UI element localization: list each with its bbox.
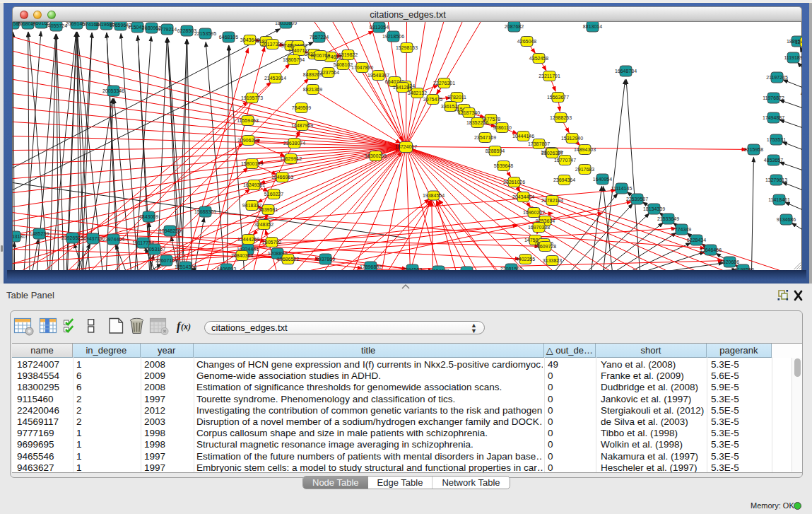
svg-text:22081592: 22081592 [500,266,522,270]
svg-text:19548347: 19548347 [367,72,389,77]
svg-text:19686522: 19686522 [276,256,298,261]
svg-text:11418461: 11418461 [768,197,790,201]
svg-text:8489269: 8489269 [302,71,322,76]
svg-text:6228434: 6228434 [686,237,705,242]
svg-text:15800199: 15800199 [240,160,262,165]
svg-text:16770747: 16770747 [553,157,575,162]
svg-text:1640954: 1640954 [592,176,611,181]
svg-text:20053346: 20053346 [102,88,124,93]
svg-text:6520686: 6520686 [719,259,739,264]
svg-text:14894303: 14894303 [573,146,595,151]
svg-text:10053167: 10053167 [143,246,165,251]
svg-text:9134686: 9134686 [776,216,795,221]
svg-text:16960207: 16960207 [522,209,544,214]
svg-text:1805792: 1805792 [261,239,281,244]
svg-text:11559463: 11559463 [237,117,259,122]
svg-text:1753531: 1753531 [766,136,785,141]
svg-text:23926523: 23926523 [61,235,83,240]
svg-text:19663180: 19663180 [13,233,25,238]
svg-text:4766460: 4766460 [800,90,801,95]
svg-text:1485239: 1485239 [29,230,48,235]
svg-text:8639591: 8639591 [258,206,277,211]
svg-text:3075475: 3075475 [423,96,442,101]
svg-text:18805794: 18805794 [282,57,304,62]
svg-text:5160227: 5160227 [264,191,283,196]
svg-text:17047830: 17047830 [351,64,372,69]
svg-text:23974404: 23974404 [102,236,124,241]
svg-text:14487959: 14487959 [290,122,312,127]
svg-text:19198556: 19198556 [731,267,753,270]
svg-text:18300295: 18300295 [364,153,386,158]
svg-text:2917683: 2917683 [575,166,594,171]
svg-text:20261026: 20261026 [502,179,524,184]
svg-text:22539587: 22539587 [625,196,647,201]
svg-text:8821369: 8821369 [302,86,322,91]
svg-text:17896882: 17896882 [359,264,381,269]
svg-text:23211791: 23211791 [539,73,560,78]
svg-text:22153595: 22153595 [194,30,216,35]
svg-text:1341284: 1341284 [392,84,411,89]
svg-text:4853657: 4853657 [763,157,782,162]
svg-text:23638074: 23638074 [283,140,305,145]
svg-text:16648784: 16648784 [614,68,636,73]
svg-text:1119189: 1119189 [784,54,802,59]
svg-text:5539648: 5539648 [493,163,512,168]
svg-text:15298153: 15298153 [395,45,417,49]
svg-text:8288594: 8288594 [485,148,504,153]
svg-text:7849509: 7849509 [291,105,310,110]
svg-text:12485106: 12485106 [794,39,801,44]
svg-text:12187340: 12187340 [457,110,479,115]
svg-text:5319822: 5319822 [338,52,357,57]
svg-text:10444146: 10444146 [512,133,534,138]
svg-text:21453914: 21453914 [264,75,286,80]
svg-text:4843069: 4843069 [139,214,158,218]
svg-text:21197245: 21197245 [766,74,788,79]
svg-text:23026327: 23026327 [541,150,563,155]
svg-text:8782011: 8782011 [447,94,466,99]
svg-text:12988253: 12988253 [549,115,571,119]
svg-text:11114145: 11114145 [611,185,632,190]
svg-text:7857224: 7857224 [309,34,328,39]
svg-text:9937869: 9937869 [315,256,334,261]
svg-text:19195773: 19195773 [240,95,262,100]
svg-text:13629912: 13629912 [279,156,301,160]
svg-text:22607109: 22607109 [155,257,177,262]
svg-text:4265048: 4265048 [517,38,536,43]
svg-text:3133823: 3133823 [542,257,561,262]
svg-text:4352458: 4352458 [529,55,548,60]
svg-text:8206768: 8206768 [310,52,329,57]
svg-text:22276301: 22276301 [433,80,454,85]
svg-text:4943718: 4943718 [83,235,102,240]
svg-text:16970338: 16970338 [527,224,549,229]
svg-text:17387807: 17387807 [527,141,549,146]
svg-text:20137339: 20137339 [261,41,283,46]
svg-text:20840364: 20840364 [230,252,252,257]
svg-text:3482132: 3482132 [407,90,426,95]
svg-text:4402355: 4402355 [515,256,534,261]
svg-text:15563677: 15563677 [546,94,568,99]
svg-text:21533649: 21533649 [657,216,678,221]
svg-text:19218506: 19218506 [382,33,404,38]
svg-text:18134339: 18134339 [642,206,664,211]
svg-text:18134970: 18134970 [427,268,449,270]
svg-text:4779214: 4779214 [157,26,176,31]
svg-text:6468105: 6468105 [218,34,237,39]
svg-text:18724007: 18724007 [394,144,416,148]
svg-text:14609728: 14609728 [534,243,555,248]
svg-text:12444269: 12444269 [237,236,259,241]
svg-text:7094562: 7094562 [402,267,421,270]
svg-text:20434454: 20434454 [512,194,534,199]
svg-text:15688301: 15688301 [194,209,216,214]
svg-text:18466963: 18466963 [271,174,293,179]
svg-text:11976872: 11976872 [763,95,784,100]
svg-text:8813054: 8813054 [369,24,388,29]
svg-text:23547169: 23547169 [473,134,495,139]
svg-text:10948230: 10948230 [158,228,180,233]
svg-text:22782194: 22782194 [541,197,563,202]
svg-text:18033809: 18033809 [274,22,296,25]
svg-text:19384554: 19384554 [422,192,444,197]
svg-text:13279613: 13279613 [765,177,787,182]
svg-text:12514394: 12514394 [174,264,196,269]
svg-text:8813014: 8813014 [582,23,601,28]
svg-text:9086110: 9086110 [493,124,512,129]
